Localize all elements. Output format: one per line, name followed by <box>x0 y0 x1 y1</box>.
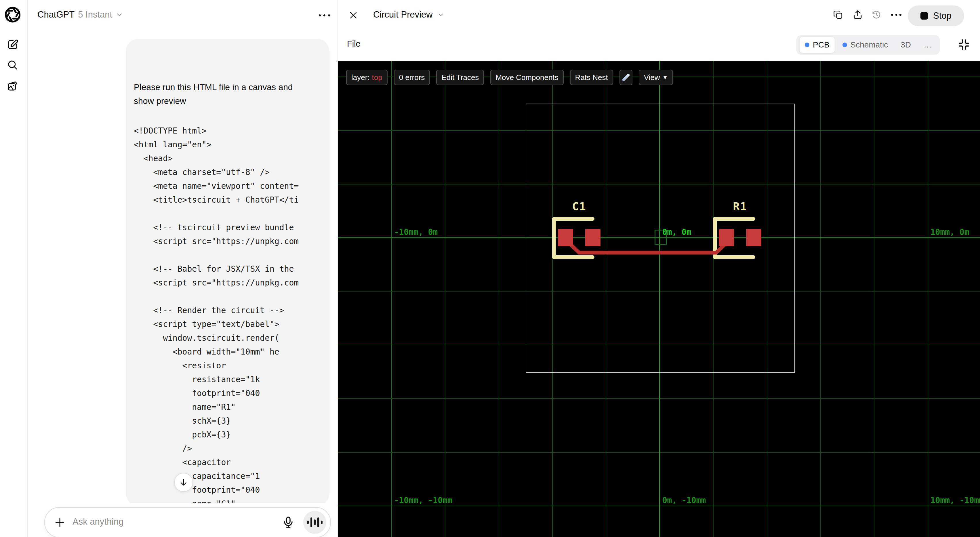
tab-label: … <box>924 40 932 49</box>
chat-panel: ChatGPT 5 Instant Please run this HTML f… <box>28 0 338 537</box>
canvas-title: Circuit Preview <box>373 10 433 20</box>
copy-icon <box>833 10 843 20</box>
edit-traces-button[interactable]: Edit Traces <box>436 70 484 85</box>
code-line: <html lang="en"> <box>134 138 326 151</box>
voice-mode-button[interactable] <box>303 511 326 534</box>
ellipsis-icon <box>319 14 321 16</box>
move-components-button[interactable]: Move Components <box>490 70 563 85</box>
code-line: <capacitor <box>134 456 326 469</box>
view-button[interactable]: View▼ <box>639 70 673 85</box>
tab-label: Schematic <box>851 40 888 49</box>
rats-nest-button[interactable]: Rats Nest <box>570 70 613 85</box>
attach-button[interactable] <box>54 516 66 529</box>
tab-3d[interactable]: 3D <box>896 37 916 53</box>
pcb-canvas[interactable]: C1R1 -10mm, 0m0m, 0m10mm, 0m-10mm, -10mm… <box>338 61 980 537</box>
button-label: View <box>644 70 660 84</box>
conversation-options-button[interactable] <box>318 11 331 19</box>
code-line: schX={3} <box>134 414 326 428</box>
stop-square-icon <box>920 12 928 19</box>
code-line: <board width="10mm" he <box>134 345 326 359</box>
tab-schematic[interactable]: Schematic <box>837 37 893 53</box>
view-tab-group: PCBSchematic3D… <box>796 35 940 55</box>
close-icon <box>348 10 358 20</box>
layer-selector-button[interactable]: layer: top <box>346 70 388 85</box>
coordinate-label: 10mm, -10mm <box>931 496 980 505</box>
arrow-down-icon <box>179 478 188 487</box>
button-label: Edit Traces <box>441 70 479 84</box>
layer-prefix: layer: <box>351 70 370 84</box>
openai-logo-icon <box>4 6 21 23</box>
search-icon <box>6 59 19 71</box>
app-title: ChatGPT <box>37 10 75 20</box>
composer-placeholder[interactable]: Ask anything <box>73 516 124 527</box>
collapse-icon <box>957 38 970 51</box>
code-line: window.tscircuit.render( <box>134 331 326 345</box>
code-line <box>134 207 326 221</box>
stop-label: Stop <box>933 11 951 21</box>
code-line: <meta name="viewport" content= <box>134 179 326 193</box>
model-name: 5 Instant <box>78 10 112 20</box>
0-errors-button[interactable]: 0 errors <box>394 70 430 85</box>
canvas-panel: Circuit Preview Stop File PCBSchematic3D… <box>338 0 980 537</box>
canvas-title-dropdown[interactable]: Circuit Preview <box>373 10 444 20</box>
exit-fullscreen-button[interactable] <box>957 38 970 51</box>
coordinate-label: 0m, -10mm <box>662 496 706 505</box>
copy-button[interactable] <box>833 10 843 20</box>
pcb-trace <box>338 61 980 537</box>
tab-label: PCB <box>813 40 829 49</box>
button-label: 0 errors <box>399 70 425 84</box>
code-line: <meta charset="utf-8" /> <box>134 166 326 179</box>
user-message-text: Please run this HTML file in a canvas an… <box>134 80 321 108</box>
code-line <box>134 249 326 262</box>
button-label: Rats Nest <box>575 70 608 84</box>
code-line: <script src="https://unpkg.com <box>134 276 326 290</box>
model-selector[interactable]: ChatGPT 5 Instant <box>37 10 123 20</box>
code-line: <script src="https://unpkg.com <box>134 234 326 249</box>
history-button[interactable] <box>871 10 881 20</box>
scroll-to-bottom-button[interactable] <box>174 473 193 492</box>
file-menu[interactable]: File <box>347 39 361 49</box>
library-button[interactable] <box>5 78 21 94</box>
chevron-down-icon <box>116 11 123 18</box>
code-line: capacitance="1 <box>134 469 326 483</box>
code-line: <!-- tscircuit preview bundle <box>134 221 326 234</box>
message-composer[interactable]: Ask anything <box>44 507 331 537</box>
share-button[interactable] <box>853 10 863 20</box>
canvas-options-button[interactable] <box>891 10 902 20</box>
code-line: <!-- Babel for JSX/TSX in the <box>134 262 326 276</box>
component-ref-label: C1 <box>572 200 586 213</box>
coordinate-label: -10mm, -10mm <box>394 496 452 505</box>
code-line: footprint="040 <box>134 483 326 497</box>
chevron-down-icon <box>438 11 444 18</box>
tab-…[interactable]: … <box>918 37 937 53</box>
plus-icon <box>54 516 66 529</box>
new-chat-button[interactable] <box>5 37 21 53</box>
app-sidebar <box>0 0 28 537</box>
code-line <box>134 290 326 304</box>
caret-down-icon: ▼ <box>662 70 668 84</box>
code-line: <title>tscircuit + ChatGPT</ti <box>134 193 326 207</box>
stop-button[interactable]: Stop <box>908 5 964 26</box>
active-layer-name: top <box>372 70 382 84</box>
smd-pad <box>558 229 573 246</box>
microphone-icon <box>282 515 295 529</box>
tab-dot-icon <box>805 43 810 47</box>
smd-pad <box>719 229 734 246</box>
button-label: Move Components <box>495 70 558 84</box>
tab-label: 3D <box>900 40 911 49</box>
new-chat-icon <box>6 38 19 51</box>
dictate-button[interactable] <box>282 515 295 529</box>
smd-pad <box>746 229 761 246</box>
component-ref-label: R1 <box>733 200 747 213</box>
coordinate-label: 10mm, 0m <box>931 227 969 237</box>
code-line: /> <box>134 442 326 456</box>
tab-pcb[interactable]: PCB <box>799 37 835 53</box>
search-button[interactable] <box>5 57 21 73</box>
close-canvas-button[interactable] <box>348 10 358 20</box>
coordinate-label: 0m, 0m <box>662 227 691 237</box>
edit-pencil-button[interactable] <box>619 70 632 85</box>
history-icon <box>871 10 881 20</box>
code-line: <!-- Render the circuit --> <box>134 304 326 317</box>
code-line: pcbX={3} <box>134 428 326 442</box>
share-icon <box>853 10 863 20</box>
